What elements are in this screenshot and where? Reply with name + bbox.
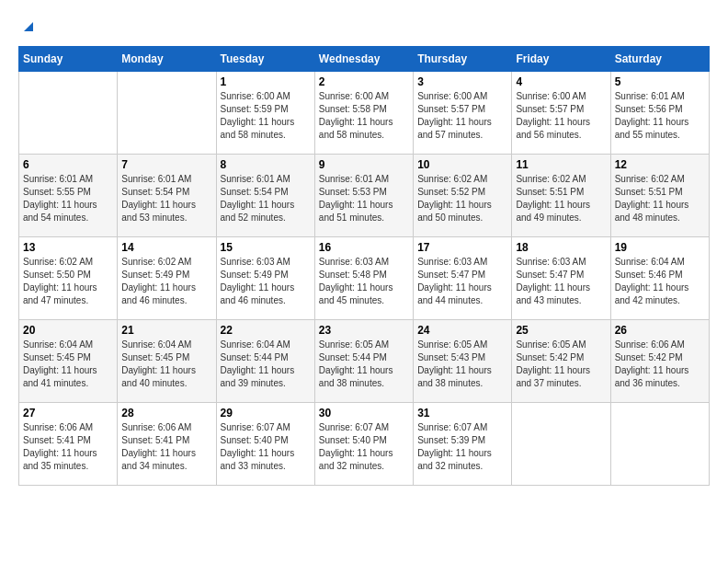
weekday-header: Friday	[512, 47, 610, 72]
calendar-cell	[118, 72, 216, 155]
day-number: 18	[516, 241, 606, 254]
page-header	[18, 18, 710, 37]
calendar-week-row: 27Sunrise: 6:06 AMSunset: 5:41 PMDayligh…	[19, 403, 710, 486]
day-number: 19	[615, 241, 705, 254]
day-number: 24	[417, 324, 507, 337]
calendar-cell	[19, 72, 118, 155]
day-info: Sunrise: 6:06 AMSunset: 5:42 PMDaylight:…	[615, 339, 705, 390]
day-info: Sunrise: 6:01 AMSunset: 5:53 PMDaylight:…	[319, 173, 409, 224]
weekday-header: Wednesday	[314, 47, 413, 72]
calendar-cell: 5Sunrise: 6:01 AMSunset: 5:56 PMDaylight…	[610, 72, 709, 155]
day-info: Sunrise: 6:03 AMSunset: 5:47 PMDaylight:…	[417, 256, 507, 307]
calendar-cell: 15Sunrise: 6:03 AMSunset: 5:49 PMDayligh…	[216, 237, 314, 320]
day-number: 30	[319, 407, 409, 419]
calendar-week-row: 20Sunrise: 6:04 AMSunset: 5:45 PMDayligh…	[19, 320, 710, 403]
calendar-cell: 10Sunrise: 6:02 AMSunset: 5:52 PMDayligh…	[414, 155, 512, 237]
calendar-cell: 3Sunrise: 6:00 AMSunset: 5:57 PMDaylight…	[414, 72, 512, 155]
day-info: Sunrise: 6:03 AMSunset: 5:48 PMDaylight:…	[319, 256, 409, 307]
calendar-cell: 30Sunrise: 6:07 AMSunset: 5:40 PMDayligh…	[314, 403, 413, 486]
day-number: 12	[615, 158, 705, 171]
calendar-table: SundayMondayTuesdayWednesdayThursdayFrid…	[18, 46, 710, 486]
day-number: 26	[615, 324, 705, 337]
day-number: 3	[417, 75, 507, 88]
day-info: Sunrise: 6:07 AMSunset: 5:40 PMDaylight:…	[221, 421, 311, 473]
weekday-row: SundayMondayTuesdayWednesdayThursdayFrid…	[19, 47, 710, 72]
day-info: Sunrise: 6:00 AMSunset: 5:57 PMDaylight:…	[417, 90, 507, 142]
day-info: Sunrise: 6:06 AMSunset: 5:41 PMDaylight:…	[23, 421, 113, 473]
calendar-week-row: 13Sunrise: 6:02 AMSunset: 5:50 PMDayligh…	[19, 237, 710, 320]
day-info: Sunrise: 6:00 AMSunset: 5:59 PMDaylight:…	[221, 90, 311, 142]
calendar-week-row: 6Sunrise: 6:01 AMSunset: 5:55 PMDaylight…	[19, 155, 710, 237]
calendar-cell: 7Sunrise: 6:01 AMSunset: 5:54 PMDaylight…	[118, 155, 216, 237]
day-info: Sunrise: 6:02 AMSunset: 5:50 PMDaylight:…	[23, 256, 113, 307]
svg-marker-0	[24, 22, 33, 31]
day-number: 7	[121, 158, 211, 171]
day-number: 5	[615, 75, 705, 88]
day-number: 17	[417, 241, 507, 254]
calendar-cell: 25Sunrise: 6:05 AMSunset: 5:42 PMDayligh…	[512, 320, 610, 403]
calendar-body: 1Sunrise: 6:00 AMSunset: 5:59 PMDaylight…	[19, 72, 710, 486]
calendar-header: SundayMondayTuesdayWednesdayThursdayFrid…	[19, 47, 710, 72]
weekday-header: Sunday	[19, 47, 118, 72]
calendar-cell: 28Sunrise: 6:06 AMSunset: 5:41 PMDayligh…	[118, 403, 216, 486]
day-number: 23	[319, 324, 409, 337]
day-number: 20	[23, 324, 113, 337]
day-number: 29	[221, 407, 311, 419]
day-info: Sunrise: 6:02 AMSunset: 5:52 PMDaylight:…	[417, 173, 507, 224]
calendar-cell: 26Sunrise: 6:06 AMSunset: 5:42 PMDayligh…	[610, 320, 709, 403]
day-info: Sunrise: 6:07 AMSunset: 5:39 PMDaylight:…	[417, 421, 507, 473]
day-info: Sunrise: 6:03 AMSunset: 5:49 PMDaylight:…	[221, 256, 311, 307]
day-info: Sunrise: 6:05 AMSunset: 5:44 PMDaylight:…	[319, 339, 409, 390]
day-info: Sunrise: 6:04 AMSunset: 5:46 PMDaylight:…	[615, 256, 705, 307]
calendar-cell: 19Sunrise: 6:04 AMSunset: 5:46 PMDayligh…	[610, 237, 709, 320]
day-info: Sunrise: 6:02 AMSunset: 5:51 PMDaylight:…	[615, 173, 705, 224]
day-number: 15	[221, 241, 311, 254]
calendar-cell: 29Sunrise: 6:07 AMSunset: 5:40 PMDayligh…	[216, 403, 314, 486]
calendar-cell: 14Sunrise: 6:02 AMSunset: 5:49 PMDayligh…	[118, 237, 216, 320]
calendar-cell: 31Sunrise: 6:07 AMSunset: 5:39 PMDayligh…	[414, 403, 512, 486]
day-number: 4	[516, 75, 606, 88]
day-number: 8	[221, 158, 311, 171]
calendar-cell: 1Sunrise: 6:00 AMSunset: 5:59 PMDaylight…	[216, 72, 314, 155]
calendar-cell: 23Sunrise: 6:05 AMSunset: 5:44 PMDayligh…	[314, 320, 413, 403]
day-info: Sunrise: 6:01 AMSunset: 5:54 PMDaylight:…	[121, 173, 211, 224]
weekday-header: Saturday	[610, 47, 709, 72]
calendar-cell: 21Sunrise: 6:04 AMSunset: 5:45 PMDayligh…	[118, 320, 216, 403]
day-info: Sunrise: 6:00 AMSunset: 5:58 PMDaylight:…	[319, 90, 409, 142]
day-info: Sunrise: 6:05 AMSunset: 5:43 PMDaylight:…	[417, 339, 507, 390]
day-number: 13	[23, 241, 113, 254]
calendar-week-row: 1Sunrise: 6:00 AMSunset: 5:59 PMDaylight…	[19, 72, 710, 155]
weekday-header: Thursday	[414, 47, 512, 72]
day-number: 10	[417, 158, 507, 171]
day-number: 2	[319, 75, 409, 88]
day-info: Sunrise: 6:06 AMSunset: 5:41 PMDaylight:…	[121, 421, 211, 473]
calendar-cell	[512, 403, 610, 486]
day-number: 21	[121, 324, 211, 337]
day-info: Sunrise: 6:07 AMSunset: 5:40 PMDaylight:…	[319, 421, 409, 473]
calendar-cell: 4Sunrise: 6:00 AMSunset: 5:57 PMDaylight…	[512, 72, 610, 155]
day-number: 16	[319, 241, 409, 254]
day-number: 1	[221, 75, 311, 88]
day-number: 31	[417, 407, 507, 419]
day-info: Sunrise: 6:04 AMSunset: 5:44 PMDaylight:…	[221, 339, 311, 390]
day-number: 11	[516, 158, 606, 171]
calendar-cell: 6Sunrise: 6:01 AMSunset: 5:55 PMDaylight…	[19, 155, 118, 237]
day-info: Sunrise: 6:04 AMSunset: 5:45 PMDaylight:…	[121, 339, 211, 390]
day-number: 9	[319, 158, 409, 171]
day-info: Sunrise: 6:05 AMSunset: 5:42 PMDaylight:…	[516, 339, 606, 390]
calendar-cell: 22Sunrise: 6:04 AMSunset: 5:44 PMDayligh…	[216, 320, 314, 403]
day-info: Sunrise: 6:02 AMSunset: 5:49 PMDaylight:…	[121, 256, 211, 307]
day-info: Sunrise: 6:02 AMSunset: 5:51 PMDaylight:…	[516, 173, 606, 224]
calendar-cell: 2Sunrise: 6:00 AMSunset: 5:58 PMDaylight…	[314, 72, 413, 155]
calendar-cell: 11Sunrise: 6:02 AMSunset: 5:51 PMDayligh…	[512, 155, 610, 237]
calendar-cell: 27Sunrise: 6:06 AMSunset: 5:41 PMDayligh…	[19, 403, 118, 486]
calendar-cell: 20Sunrise: 6:04 AMSunset: 5:45 PMDayligh…	[19, 320, 118, 403]
day-info: Sunrise: 6:04 AMSunset: 5:45 PMDaylight:…	[23, 339, 113, 390]
calendar-cell: 18Sunrise: 6:03 AMSunset: 5:47 PMDayligh…	[512, 237, 610, 320]
day-number: 25	[516, 324, 606, 337]
day-number: 27	[23, 407, 113, 419]
logo-icon	[20, 18, 35, 33]
calendar-cell	[610, 403, 709, 486]
calendar-cell: 24Sunrise: 6:05 AMSunset: 5:43 PMDayligh…	[414, 320, 512, 403]
day-number: 22	[221, 324, 311, 337]
